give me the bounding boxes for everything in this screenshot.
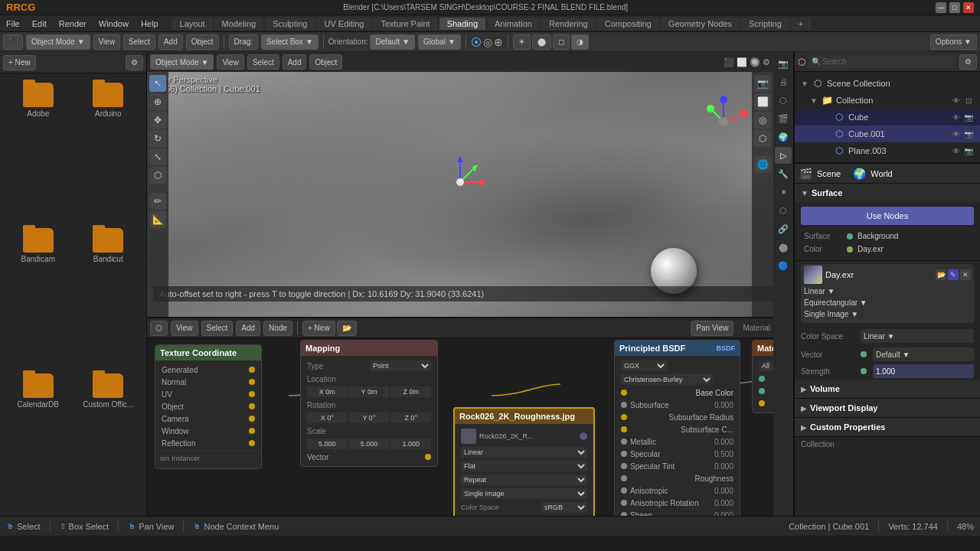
data-props-icon[interactable]: ⬤ <box>775 239 792 256</box>
node-view-menu[interactable]: View <box>171 321 198 336</box>
select-tool[interactable]: ↖ <box>149 75 166 92</box>
cube-camera-icon[interactable]: 📷 <box>963 112 974 122</box>
maximize-button[interactable]: □ <box>949 2 960 13</box>
tab-compositing[interactable]: Compositing <box>597 18 659 30</box>
tree-plane-003[interactable]: ⬡ Plane.003 👁 📷 <box>795 142 980 159</box>
tab-uv-editing[interactable]: UV Editing <box>316 18 371 30</box>
plane003-eye-icon[interactable]: 👁 <box>951 145 962 156</box>
menu-help[interactable]: Help <box>135 15 165 31</box>
custom-properties-header[interactable]: ▶ Custom Properties <box>795 418 980 436</box>
node-select-menu[interactable]: Select <box>201 321 234 336</box>
viewport-add[interactable]: Add <box>283 54 307 70</box>
search-bar[interactable]: 🔍 Search <box>808 55 956 69</box>
tree-collection[interactable]: ▼ 📁 Collection 👁 ⊡ <box>795 92 980 109</box>
volume-section-header[interactable]: ▶ Volume <box>795 380 980 398</box>
mapping-type-select[interactable]: Point <box>370 360 431 371</box>
navigation-gizmo[interactable] <box>697 95 750 148</box>
day-exr-edit-btn[interactable]: ✎ <box>948 269 959 280</box>
view-layer-props-icon[interactable]: ⬡ <box>775 92 792 109</box>
camera-view-btn[interactable]: 📷 <box>754 75 771 92</box>
viewport-select[interactable]: Select <box>247 54 279 70</box>
physics-props-icon[interactable]: ⬡ <box>775 202 792 219</box>
mat-output-target[interactable]: All <box>759 360 773 371</box>
xray-toggle[interactable]: ⬡ <box>754 130 771 147</box>
file-item-calendardb[interactable]: CalendarDB <box>6 370 70 510</box>
modifier-props-icon[interactable]: 🔧 <box>775 165 792 182</box>
tree-cube-001[interactable]: ⬡ Cube.001 👁 📷 <box>795 126 980 142</box>
menu-file[interactable]: File <box>0 15 26 31</box>
tab-layout[interactable]: Layout <box>172 18 213 30</box>
annotate-tool[interactable]: ✏ <box>149 193 166 210</box>
node-node-menu[interactable]: Node <box>263 321 292 336</box>
cube-eye-icon[interactable]: 👁 <box>951 112 962 122</box>
filter-btn[interactable]: ⚙ <box>126 55 143 70</box>
surface-section-header[interactable]: ▼ Surface <box>795 184 980 202</box>
close-button[interactable]: ✕ <box>963 2 974 13</box>
pivot-dropdown[interactable]: Global ▼ <box>418 34 461 50</box>
node-principled-bsdf[interactable]: Principled BSDF BSDF GGX Christensen-Bur… <box>614 340 740 516</box>
vector-value[interactable]: Default ▼ <box>873 347 974 361</box>
cube001-camera-icon[interactable]: 📷 <box>963 129 974 139</box>
object-mode-dropdown[interactable]: Object Mode ▼ <box>26 34 90 50</box>
transform-tool[interactable]: ⬡ <box>149 167 166 184</box>
node-mapping[interactable]: Mapping Type Point Location <box>300 340 438 467</box>
tree-cube[interactable]: ⬡ Cube 👁 📷 <box>795 109 980 126</box>
file-item-arduino[interactable]: Arduino <box>77 80 141 219</box>
roughness-projection[interactable]: Flat <box>461 461 587 471</box>
viewport-view[interactable]: View <box>217 54 244 70</box>
wireframe-btn[interactable]: ◻ <box>553 34 570 50</box>
measure-tool[interactable]: 📐 <box>149 211 166 228</box>
particles-props-icon[interactable]: ⁕ <box>775 184 792 201</box>
collection-restrict-icon[interactable]: ⊡ <box>963 95 974 106</box>
new-node-btn[interactable]: + New <box>302 321 335 336</box>
cursor-tool[interactable]: ⊕ <box>149 93 166 110</box>
strength-value[interactable]: 1.000 <box>873 364 974 378</box>
options-dropdown[interactable]: Options ▼ <box>930 34 977 50</box>
plane003-camera-icon[interactable]: 📷 <box>963 145 974 156</box>
bsdf-distribution[interactable]: GGX <box>621 360 667 371</box>
render-props-icon[interactable]: 📷 <box>775 55 792 72</box>
tab-geometry-nodes[interactable]: Geometry Nodes <box>661 18 740 30</box>
render-preview-btn[interactable]: ☀ <box>513 34 531 50</box>
bsdf-subsurface-method[interactable]: Christensen-Burley <box>621 374 713 385</box>
roughness-color-space-select[interactable]: sRGB <box>541 502 587 513</box>
tab-shading[interactable]: Shading <box>439 18 485 30</box>
viewport-3d[interactable]: Object Mode ▼ View Select Add Object ⬛ ⬜… <box>147 52 773 317</box>
tab-animation[interactable]: Animation <box>487 18 540 30</box>
minimize-button[interactable]: — <box>936 2 946 13</box>
roughness-source[interactable]: Single Image <box>461 488 587 499</box>
day-exr-browse-btn[interactable]: 📂 <box>936 269 946 280</box>
rotate-tool[interactable]: ↻ <box>149 130 166 147</box>
day-exr-unlink-btn[interactable]: ✕ <box>960 269 971 280</box>
pan-view-btn[interactable]: Pan View <box>691 321 733 336</box>
scale-tool[interactable]: ⤡ <box>149 148 166 165</box>
menu-window[interactable]: Window <box>93 15 135 31</box>
menu-edit[interactable]: Edit <box>26 15 53 31</box>
roughness-extension[interactable]: Repeat <box>461 474 587 485</box>
node-add-menu[interactable]: Add <box>236 321 260 336</box>
use-nodes-button[interactable]: Use Nodes <box>801 207 974 225</box>
viewport-display-header[interactable]: ▶ Viewport Display <box>795 399 980 417</box>
file-item-adobe[interactable]: Adobe <box>6 80 70 219</box>
node-texture-coordinate[interactable]: Texture Coordinate Generated Normal UV <box>155 344 262 469</box>
node-editor[interactable]: ⬡ View Select Add Node + New 📂 Pan View … <box>147 317 773 516</box>
node-canvas[interactable]: Texture Coordinate Generated Normal UV <box>147 338 773 516</box>
tab-add[interactable]: + <box>791 18 811 30</box>
viewport-object[interactable]: Object <box>309 54 342 70</box>
viewport-object-mode[interactable]: Object Mode ▼ <box>150 54 214 70</box>
scene-props-icon[interactable]: 🎬 <box>775 110 792 127</box>
output-props-icon[interactable]: 🖨 <box>775 73 792 90</box>
node-roughness-image[interactable]: Rock026_2K_Roughness.jpg Rock026_2K_R...… <box>453 407 595 516</box>
color-space-value[interactable]: Linear ▼ <box>861 329 974 343</box>
view-gizmo[interactable]: 🌐 <box>754 156 771 173</box>
tab-modeling[interactable]: Modeling <box>214 18 264 30</box>
object-props-icon[interactable]: ▷ <box>775 147 792 164</box>
view-menu[interactable]: View <box>93 34 121 50</box>
orientation-dropdown[interactable]: Default ▼ <box>370 34 415 50</box>
open-node-btn[interactable]: 📂 <box>337 321 357 336</box>
constraints-props-icon[interactable]: 🔗 <box>775 220 792 237</box>
material-props-icon[interactable]: 🔵 <box>775 257 792 274</box>
object-menu[interactable]: Object <box>186 34 219 50</box>
tab-sculpting[interactable]: Sculpting <box>265 18 315 30</box>
new-btn[interactable]: + New <box>3 55 36 70</box>
